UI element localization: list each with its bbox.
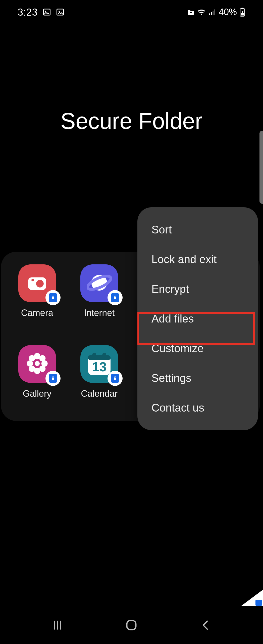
svg-point-32 xyxy=(102,353,106,356)
menu-item-customize[interactable]: Customize xyxy=(137,334,258,363)
nav-back-button[interactable] xyxy=(196,615,216,635)
app-gallery[interactable]: Gallery xyxy=(6,345,68,411)
status-clock: 3:23 xyxy=(18,7,38,18)
svg-rect-10 xyxy=(241,8,244,9)
wifi-icon xyxy=(197,8,206,16)
svg-point-19 xyxy=(35,361,40,366)
menu-item-settings[interactable]: Settings xyxy=(137,363,258,393)
svg-rect-6 xyxy=(211,12,212,15)
nav-home-button[interactable] xyxy=(121,615,141,635)
battery-icon xyxy=(239,8,245,17)
image-icon xyxy=(56,8,65,17)
page-title: Secure Folder xyxy=(0,108,263,134)
status-bar-left: 3:23 xyxy=(18,7,65,18)
scrollbar[interactable] xyxy=(259,131,263,204)
app-label: Calendar xyxy=(81,388,118,399)
camera-icon xyxy=(26,272,48,295)
svg-rect-5 xyxy=(209,13,210,15)
svg-rect-4 xyxy=(190,12,192,13)
app-camera[interactable]: Camera xyxy=(6,264,68,330)
planet-icon xyxy=(87,270,112,296)
svg-rect-15 xyxy=(52,297,54,299)
svg-point-26 xyxy=(29,366,35,372)
svg-point-3 xyxy=(59,11,60,12)
secure-badge-icon xyxy=(108,290,123,305)
secure-badge-icon xyxy=(108,371,123,386)
secure-folder-status-icon xyxy=(187,8,195,16)
signal-icon xyxy=(208,8,216,16)
svg-point-14 xyxy=(31,279,34,281)
svg-point-27 xyxy=(39,366,45,372)
app-label: Camera xyxy=(21,308,53,318)
menu-item-lock-exit[interactable]: Lock and exit xyxy=(137,245,258,274)
svg-rect-18 xyxy=(114,297,116,299)
nav-recents-button[interactable] xyxy=(47,615,67,635)
status-bar: 3:23 40% xyxy=(0,0,263,24)
secure-badge-icon xyxy=(45,371,61,386)
svg-point-31 xyxy=(92,353,96,356)
svg-point-24 xyxy=(29,355,35,361)
flower-icon xyxy=(25,351,50,377)
app-internet[interactable]: Internet xyxy=(68,264,131,330)
overflow-menu: Sort Lock and exit Encrypt Add files Cus… xyxy=(137,207,258,430)
svg-rect-8 xyxy=(214,9,215,15)
svg-point-25 xyxy=(39,355,45,361)
image-icon xyxy=(42,8,51,17)
svg-rect-37 xyxy=(127,621,136,630)
svg-point-13 xyxy=(36,280,43,288)
svg-rect-33 xyxy=(114,378,116,380)
calendar-day: 13 xyxy=(92,359,107,374)
status-bar-right: 40% xyxy=(187,7,245,17)
app-label: Gallery xyxy=(23,388,51,399)
menu-item-encrypt[interactable]: Encrypt xyxy=(137,274,258,304)
svg-point-1 xyxy=(45,11,46,12)
app-calendar[interactable]: 13 Calendar xyxy=(68,345,131,411)
menu-item-sort[interactable]: Sort xyxy=(137,215,258,245)
corner-peel-badge-icon xyxy=(255,600,262,606)
secure-badge-icon xyxy=(45,290,61,305)
navigation-bar xyxy=(0,606,263,644)
svg-rect-28 xyxy=(52,378,54,380)
battery-text: 40% xyxy=(219,7,237,17)
svg-rect-7 xyxy=(213,11,214,15)
menu-item-contact-us[interactable]: Contact us xyxy=(137,393,258,423)
app-label: Internet xyxy=(84,308,115,318)
menu-item-add-files[interactable]: Add files xyxy=(137,304,258,334)
